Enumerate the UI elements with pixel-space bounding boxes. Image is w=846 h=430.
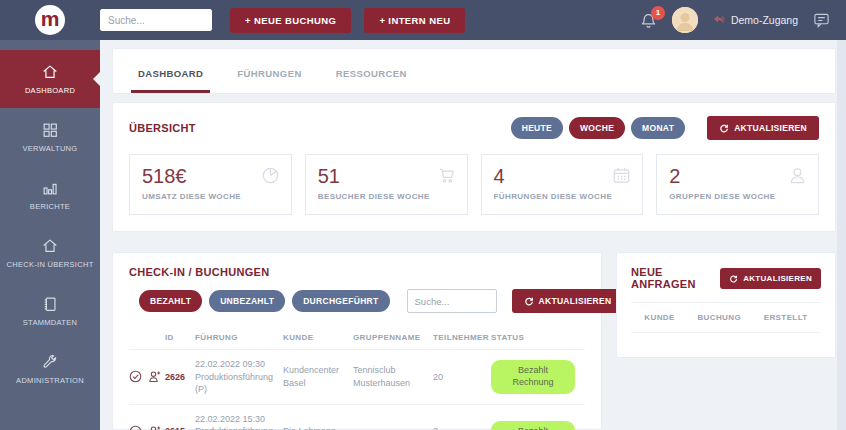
home-icon [41, 237, 59, 255]
filter-heute-button[interactable]: HEUTE [511, 117, 563, 139]
user-menu[interactable]: Demo-Zugang [713, 14, 798, 26]
booking-kunde: Kundencenter Basel [283, 364, 353, 389]
column-header-buchung: BUCHUNG [697, 313, 741, 322]
booking-gruppenname: Tennisclub Musterhausen [353, 364, 433, 389]
stat-label: BESUCHER DIESE WOCHE [318, 192, 455, 201]
user-name-label: Demo-Zugang [731, 14, 798, 26]
filter-unbezahlt-button[interactable]: UNBEZAHLT [209, 290, 285, 312]
logo-letter: m [35, 5, 65, 35]
requests-refresh-button[interactable]: AKTUALISIEREN [720, 268, 821, 289]
sidebar-item-label: CHECK-IN ÜBERSICHT [6, 260, 93, 269]
refresh-icon [524, 296, 534, 306]
bar-chart-icon [41, 179, 59, 197]
add-participant-icon[interactable] [148, 425, 161, 430]
column-header-teilnehmer: TEILNEHMER [433, 333, 491, 342]
stat-label: GRUPPEN DIESE WOCHE [669, 192, 806, 201]
new-booking-button[interactable]: + NEUE BUCHUNG [230, 8, 351, 33]
stat-card-gruppen: 2 GRUPPEN DIESE WOCHE [656, 154, 819, 215]
status-badge: Bezahlt [491, 421, 575, 430]
overview-title: ÜBERSICHT [129, 122, 196, 134]
booking-fuehrung: 22.02.2022 09:30 Produktionsführung (P) [195, 358, 283, 396]
sidebar-item-dashboard[interactable]: DASHBOARD [0, 50, 100, 108]
column-header-kunde: KUNDE [283, 333, 353, 342]
stat-value: 51 [318, 165, 455, 188]
checkin-search-input[interactable] [407, 289, 497, 313]
scrollbar-track[interactable] [837, 40, 846, 430]
sidebar-item-label: VERWALTUNG [23, 144, 78, 153]
sidebar-item-verwaltung[interactable]: VERWALTUNG [0, 108, 100, 166]
column-header-kunde: KUNDE [644, 313, 674, 322]
booking-teilnehmer: 20 [433, 371, 491, 384]
stat-card-besucher: 51 BESUCHER DIESE WOCHE [305, 154, 468, 215]
global-search-input[interactable] [100, 9, 212, 31]
grid-icon [41, 121, 59, 139]
stat-value: 4 [494, 165, 631, 188]
sidebar-item-stammdaten[interactable]: STAMMDATEN [0, 282, 100, 340]
sidebar-item-berichte[interactable]: BERICHTE [0, 166, 100, 224]
bookings-table-header: ID FÜHRUNG KUNDE GRUPPENNAME TEILNEHMER … [129, 327, 585, 349]
filter-durchgefuehrt-button[interactable]: DURCHGEFÜHRT [292, 290, 389, 312]
user-icon [787, 165, 808, 186]
overview-refresh-button[interactable]: AKTUALISIEREN [707, 116, 819, 140]
refresh-icon [729, 274, 738, 283]
sidebar-item-label: BERICHTE [30, 202, 70, 211]
stat-value: 518€ [142, 165, 279, 188]
stat-label: UMSATZ DIESE WOCHE [142, 192, 279, 201]
booking-id: 2615 [165, 425, 195, 430]
checkin-check-icon[interactable] [129, 370, 142, 383]
column-header-id: ID [165, 333, 195, 342]
checkin-check-icon[interactable] [129, 425, 142, 430]
checkin-title: CHECK-IN / BUCHUNGEN [129, 266, 585, 278]
cart-icon [436, 165, 457, 186]
tab-ressourcen[interactable]: RESSOURCEN [329, 68, 414, 93]
avatar[interactable] [672, 7, 698, 33]
notebook-icon [41, 295, 59, 313]
column-header-fuehrung: FÜHRUNG [195, 333, 283, 342]
filter-monat-button[interactable]: MONAT [631, 117, 685, 139]
bookings-table: ID FÜHRUNG KUNDE GRUPPENNAME TEILNEHMER … [129, 327, 585, 430]
requests-title: NEUE ANFRAGEN [631, 266, 720, 290]
chat-button[interactable] [813, 12, 830, 28]
requests-panel: NEUE ANFRAGEN AKTUALISIEREN KUNDE BUCHUN… [616, 252, 836, 358]
topbar: m + NEUE BUCHUNG + INTERN NEU 1 [0, 0, 846, 40]
booking-kunde: Pia Lehmann [283, 425, 353, 430]
stat-value: 2 [669, 165, 806, 188]
sidebar: DASHBOARD VERWALTUNG BERICHTE [0, 40, 100, 430]
booking-teilnehmer: 3 [433, 425, 491, 430]
filter-bezahlt-button[interactable]: BEZAHLT [139, 290, 202, 312]
status-badge: Bezahlt Rechnung [491, 360, 575, 393]
stat-card-umsatz: 518€ UMSATZ DIESE WOCHE [129, 154, 292, 215]
sidebar-item-administration[interactable]: ADMINISTRATION [0, 340, 100, 398]
tab-bar: DASHBOARD FÜHRUNGEN RESSOURCEN [112, 48, 836, 94]
notification-badge: 1 [651, 6, 665, 20]
filter-woche-button[interactable]: WOCHE [569, 117, 625, 139]
refresh-icon [719, 123, 729, 133]
tab-dashboard[interactable]: DASHBOARD [131, 68, 210, 93]
wrench-icon [41, 353, 59, 371]
booking-fuehrung: 22.02.2022 15:30 Produktionsführung (P) [195, 413, 283, 430]
tab-fuehrungen[interactable]: FÜHRUNGEN [230, 68, 308, 93]
intern-new-button[interactable]: + INTERN NEU [364, 8, 465, 33]
chat-icon [813, 12, 830, 28]
booking-id: 2626 [165, 371, 195, 384]
add-participant-icon[interactable] [148, 370, 161, 383]
app-logo[interactable]: m [0, 5, 100, 35]
column-header-gruppenname: GRUPPENNAME [353, 333, 433, 342]
table-row[interactable]: 2626 22.02.2022 09:30 Produktionsführung… [129, 349, 585, 404]
sidebar-item-checkin-uebersicht[interactable]: CHECK-IN ÜBERSICHT [0, 224, 100, 282]
stat-label: FÜHRUNGEN DIESE WOCHE [494, 192, 631, 201]
column-header-status: STATUS [491, 333, 585, 342]
home-icon [41, 63, 59, 81]
stat-card-fuehrungen: 4 FÜHRUNGEN DIESE WOCHE [481, 154, 644, 215]
table-row[interactable]: 2615 22.02.2022 15:30 Produktionsführung… [129, 404, 585, 430]
switch-user-icon [713, 15, 726, 26]
main-content: DASHBOARD FÜHRUNGEN RESSOURCEN ÜBERSICHT… [100, 40, 846, 430]
pie-chart-icon [260, 165, 281, 186]
calendar-icon [611, 165, 632, 186]
requests-table-header: KUNDE BUCHUNG ERSTELLT [631, 303, 821, 332]
overview-panel: ÜBERSICHT HEUTE WOCHE MONAT AKTUALISIERE… [112, 102, 836, 232]
sidebar-item-label: ADMINISTRATION [16, 376, 84, 385]
sidebar-item-label: DASHBOARD [25, 86, 75, 95]
checkin-refresh-button[interactable]: AKTUALISIEREN [512, 289, 624, 313]
notifications-button[interactable]: 1 [640, 12, 657, 29]
